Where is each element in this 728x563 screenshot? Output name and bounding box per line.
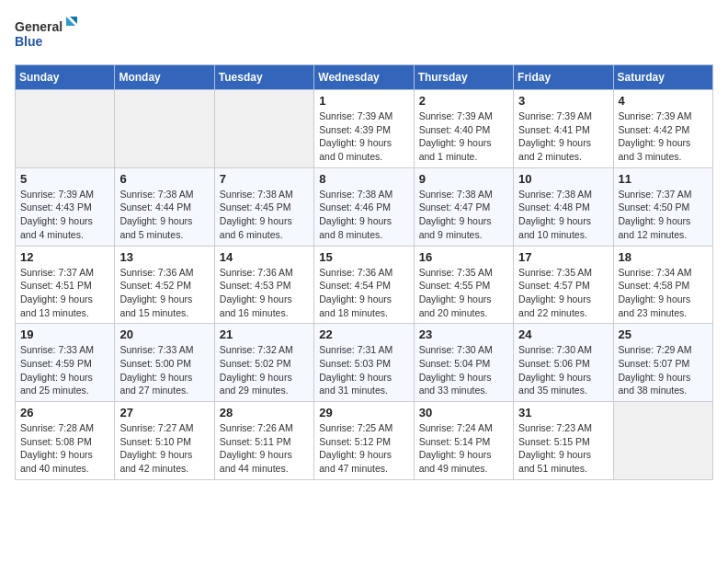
- logo: GeneralBlue: [15, 15, 79, 53]
- day-info: Sunrise: 7:38 AMSunset: 4:44 PMDaylight:…: [119, 188, 209, 242]
- day-number: 12: [20, 250, 109, 264]
- day-info: Sunrise: 7:38 AMSunset: 4:48 PMDaylight:…: [518, 188, 608, 242]
- calendar-cell: [613, 402, 712, 480]
- day-number: 20: [119, 327, 209, 341]
- svg-text:General: General: [15, 19, 63, 34]
- weekday-header: Wednesday: [314, 65, 414, 90]
- calendar-header: GeneralBlue: [15, 15, 713, 53]
- day-number: 21: [220, 327, 309, 341]
- calendar-cell: 1Sunrise: 7:39 AMSunset: 4:39 PMDaylight…: [314, 90, 414, 168]
- calendar-cell: 25Sunrise: 7:29 AMSunset: 5:07 PMDayligh…: [613, 324, 712, 402]
- calendar-cell: 10Sunrise: 7:38 AMSunset: 4:48 PMDayligh…: [514, 167, 613, 246]
- day-number: 11: [619, 172, 708, 186]
- day-info: Sunrise: 7:39 AMSunset: 4:41 PMDaylight:…: [518, 109, 608, 164]
- calendar-cell: 14Sunrise: 7:36 AMSunset: 4:53 PMDayligh…: [214, 246, 313, 324]
- day-info: Sunrise: 7:28 AMSunset: 5:08 PMDaylight:…: [20, 421, 109, 476]
- day-info: Sunrise: 7:33 AMSunset: 5:00 PMDaylight:…: [119, 343, 209, 397]
- day-info: Sunrise: 7:34 AMSunset: 4:58 PMDaylight:…: [619, 266, 708, 320]
- day-number: 19: [20, 327, 109, 341]
- day-number: 30: [419, 406, 508, 419]
- calendar-table: SundayMondayTuesdayWednesdayThursdayFrid…: [15, 64, 713, 480]
- day-number: 4: [619, 94, 708, 108]
- calendar-cell: 7Sunrise: 7:38 AMSunset: 4:45 PMDaylight…: [214, 167, 313, 246]
- day-info: Sunrise: 7:26 AMSunset: 5:11 PMDaylight:…: [220, 421, 309, 476]
- day-number: 5: [20, 172, 109, 186]
- day-info: Sunrise: 7:24 AMSunset: 5:14 PMDaylight:…: [419, 421, 508, 476]
- calendar-cell: 19Sunrise: 7:33 AMSunset: 4:59 PMDayligh…: [16, 324, 115, 402]
- calendar-cell: 13Sunrise: 7:36 AMSunset: 4:52 PMDayligh…: [115, 246, 214, 324]
- calendar-cell: 30Sunrise: 7:24 AMSunset: 5:14 PMDayligh…: [414, 402, 513, 480]
- calendar-cell: [214, 90, 313, 168]
- day-info: Sunrise: 7:35 AMSunset: 4:55 PMDaylight:…: [419, 266, 508, 320]
- day-number: 23: [419, 327, 508, 341]
- day-number: 16: [419, 250, 508, 264]
- day-info: Sunrise: 7:30 AMSunset: 5:06 PMDaylight:…: [518, 343, 608, 397]
- day-info: Sunrise: 7:25 AMSunset: 5:12 PMDaylight:…: [319, 421, 408, 476]
- day-info: Sunrise: 7:35 AMSunset: 4:57 PMDaylight:…: [518, 266, 608, 320]
- day-number: 10: [518, 172, 608, 186]
- day-info: Sunrise: 7:23 AMSunset: 5:15 PMDaylight:…: [518, 421, 608, 476]
- calendar-week-row: 1Sunrise: 7:39 AMSunset: 4:39 PMDaylight…: [16, 90, 713, 168]
- calendar-cell: [115, 90, 214, 168]
- day-number: 24: [518, 327, 608, 341]
- calendar-cell: 16Sunrise: 7:35 AMSunset: 4:55 PMDayligh…: [414, 246, 513, 324]
- day-info: Sunrise: 7:29 AMSunset: 5:07 PMDaylight:…: [619, 343, 708, 397]
- calendar-cell: 23Sunrise: 7:30 AMSunset: 5:04 PMDayligh…: [414, 324, 513, 402]
- weekday-header: Saturday: [613, 65, 712, 90]
- calendar-cell: [16, 90, 115, 168]
- calendar-cell: 28Sunrise: 7:26 AMSunset: 5:11 PMDayligh…: [214, 402, 313, 480]
- calendar-week-row: 12Sunrise: 7:37 AMSunset: 4:51 PMDayligh…: [16, 246, 713, 324]
- day-info: Sunrise: 7:33 AMSunset: 4:59 PMDaylight:…: [20, 343, 109, 397]
- day-number: 3: [518, 94, 608, 108]
- day-number: 17: [518, 250, 608, 264]
- calendar-cell: 2Sunrise: 7:39 AMSunset: 4:40 PMDaylight…: [414, 90, 513, 168]
- calendar-cell: 18Sunrise: 7:34 AMSunset: 4:58 PMDayligh…: [613, 246, 712, 324]
- day-number: 1: [319, 94, 408, 108]
- day-number: 26: [20, 406, 109, 419]
- calendar-cell: 31Sunrise: 7:23 AMSunset: 5:15 PMDayligh…: [514, 402, 613, 480]
- day-info: Sunrise: 7:39 AMSunset: 4:42 PMDaylight:…: [619, 109, 708, 164]
- calendar-cell: 22Sunrise: 7:31 AMSunset: 5:03 PMDayligh…: [314, 324, 414, 402]
- day-number: 9: [419, 172, 508, 186]
- weekday-header: Thursday: [414, 65, 513, 90]
- calendar-cell: 26Sunrise: 7:28 AMSunset: 5:08 PMDayligh…: [16, 402, 115, 480]
- day-number: 13: [119, 250, 209, 264]
- weekday-header: Tuesday: [214, 65, 313, 90]
- calendar-cell: 5Sunrise: 7:39 AMSunset: 4:43 PMDaylight…: [16, 167, 115, 246]
- day-number: 2: [419, 94, 508, 108]
- svg-text:Blue: Blue: [15, 34, 43, 49]
- day-info: Sunrise: 7:30 AMSunset: 5:04 PMDaylight:…: [419, 343, 508, 397]
- calendar-cell: 8Sunrise: 7:38 AMSunset: 4:46 PMDaylight…: [314, 167, 414, 246]
- day-number: 7: [220, 172, 309, 186]
- day-info: Sunrise: 7:38 AMSunset: 4:45 PMDaylight:…: [220, 188, 309, 242]
- calendar-cell: 27Sunrise: 7:27 AMSunset: 5:10 PMDayligh…: [115, 402, 214, 480]
- calendar-cell: 12Sunrise: 7:37 AMSunset: 4:51 PMDayligh…: [16, 246, 115, 324]
- day-info: Sunrise: 7:39 AMSunset: 4:39 PMDaylight:…: [319, 109, 408, 164]
- day-number: 25: [619, 327, 708, 341]
- weekday-header: Monday: [115, 65, 214, 90]
- calendar-header-row: SundayMondayTuesdayWednesdayThursdayFrid…: [16, 65, 713, 90]
- day-number: 14: [220, 250, 309, 264]
- weekday-header: Friday: [514, 65, 613, 90]
- day-number: 18: [619, 250, 708, 264]
- day-number: 31: [518, 406, 608, 419]
- day-number: 15: [319, 250, 408, 264]
- calendar-cell: 6Sunrise: 7:38 AMSunset: 4:44 PMDaylight…: [115, 167, 214, 246]
- day-info: Sunrise: 7:37 AMSunset: 4:51 PMDaylight:…: [20, 266, 109, 320]
- day-number: 27: [119, 406, 209, 419]
- day-info: Sunrise: 7:37 AMSunset: 4:50 PMDaylight:…: [619, 188, 708, 242]
- calendar-cell: 24Sunrise: 7:30 AMSunset: 5:06 PMDayligh…: [514, 324, 613, 402]
- calendar-cell: 29Sunrise: 7:25 AMSunset: 5:12 PMDayligh…: [314, 402, 414, 480]
- day-info: Sunrise: 7:36 AMSunset: 4:54 PMDaylight:…: [319, 266, 408, 320]
- day-info: Sunrise: 7:39 AMSunset: 4:43 PMDaylight:…: [20, 188, 109, 242]
- calendar-cell: 3Sunrise: 7:39 AMSunset: 4:41 PMDaylight…: [514, 90, 613, 168]
- day-number: 6: [119, 172, 209, 186]
- calendar-week-row: 19Sunrise: 7:33 AMSunset: 4:59 PMDayligh…: [16, 324, 713, 402]
- day-number: 8: [319, 172, 408, 186]
- day-info: Sunrise: 7:38 AMSunset: 4:46 PMDaylight:…: [319, 188, 408, 242]
- calendar-cell: 21Sunrise: 7:32 AMSunset: 5:02 PMDayligh…: [214, 324, 313, 402]
- day-info: Sunrise: 7:36 AMSunset: 4:52 PMDaylight:…: [119, 266, 209, 320]
- calendar-week-row: 5Sunrise: 7:39 AMSunset: 4:43 PMDaylight…: [16, 167, 713, 246]
- weekday-header: Sunday: [16, 65, 115, 90]
- calendar-cell: 17Sunrise: 7:35 AMSunset: 4:57 PMDayligh…: [514, 246, 613, 324]
